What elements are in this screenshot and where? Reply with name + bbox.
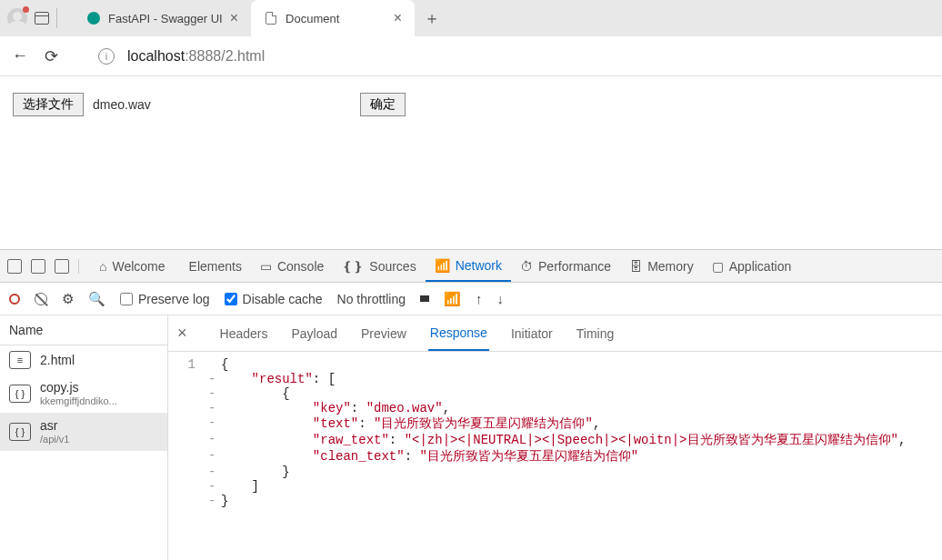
panel-tab-application[interactable]: ▢Application [703,250,801,282]
request-name: 2.html [40,353,75,368]
device-toggle-icon[interactable] [31,259,45,274]
request-list: Name ≡2.html{ }copy.jskkemgiffjdndiko...… [0,315,168,560]
detail-tabs: × HeadersPayloadPreviewResponseInitiator… [168,315,942,352]
inspect-icon[interactable] [7,259,22,274]
back-button[interactable]: ← [11,47,29,65]
request-row[interactable]: { }asr/api/v1 [0,413,167,451]
panel-tab-label: Memory [647,259,694,274]
panel-tab-label: Welcome [112,259,165,274]
request-name: copy.js [40,380,117,395]
search-icon[interactable]: 🔍 [88,291,105,307]
detail-tab-response[interactable]: Response [428,315,489,351]
fastapi-favicon-icon [86,11,101,25]
tab-document[interactable]: Document × [251,0,415,36]
panel-tab-elements[interactable]: Elements [175,250,251,282]
page-content: 选择文件 dmeo.wav 确定 [0,76,942,249]
clear-icon[interactable] [35,293,47,305]
panel-tab-console[interactable]: ▭Console [251,250,333,282]
submit-button[interactable]: 确定 [360,93,406,116]
network-icon: 📶 [435,258,450,273]
site-info-icon[interactable]: i [98,48,115,65]
close-icon[interactable]: × [394,10,402,26]
panel-tab-network[interactable]: 📶Network [426,250,511,282]
panel-tab-memory[interactable]: 🗄Memory [620,250,703,282]
request-type-icon: { } [9,385,31,403]
chevron-down-icon[interactable] [420,295,429,302]
upload-har-icon[interactable]: ↑ [476,291,483,306]
address-bar[interactable]: i localhost:8888/2.html [98,48,265,65]
devtools: ⌂WelcomeElements▭Console❴❵Sources📶Networ… [0,249,942,560]
chosen-file-name: dmeo.wav [93,97,151,112]
panel-tab-label: Console [277,259,324,274]
performance-icon: ⏱ [520,259,533,274]
record-icon[interactable] [9,294,20,305]
profile-avatar[interactable] [7,8,27,28]
application-icon: ▢ [712,259,724,274]
console-icon: ▭ [260,259,272,274]
panel-tab-label: Sources [369,259,416,274]
tab-title: Document [286,12,339,25]
request-row[interactable]: ≡2.html [0,345,167,375]
tab-overview-icon[interactable] [35,12,49,25]
filter-icon[interactable]: ⚙ [62,291,74,307]
browser-titlebar: FastAPI - Swagger UI × Document × ＋ [0,0,942,36]
reload-button[interactable]: ⟳ [42,47,60,65]
close-icon[interactable]: × [230,10,238,26]
url-rest: :8888/2.html [185,48,265,64]
request-sub: /api/v1 [40,434,69,445]
request-name: asr [40,418,69,434]
new-tab-button[interactable]: ＋ [415,0,449,36]
download-har-icon[interactable]: ↓ [497,291,505,306]
tab-fastapi[interactable]: FastAPI - Swagger UI × [74,0,251,36]
panel-tab-label: Application [729,259,792,274]
panel-tab-label: Performance [538,259,611,274]
network-conditions-icon[interactable]: 📶 [444,291,461,307]
request-sub: kkemgiffjdndiko... [40,395,117,407]
panel-tab-label: Network [456,258,502,273]
panel-tab-welcome[interactable]: ⌂Welcome [90,250,175,282]
response-body[interactable]: 1{- "result": [- {- "key": "dmeo.wav",- … [168,352,942,560]
tab-strip: FastAPI - Swagger UI × Document × ＋ [74,0,449,36]
preserve-log-checkbox[interactable]: Preserve log [120,292,210,306]
close-detail-icon[interactable]: × [177,324,187,343]
sources-icon: ❴❵ [342,259,364,274]
preserve-log-label: Preserve log [138,292,210,306]
disable-cache-label: Disable cache [243,292,323,306]
request-list-header: Name [0,315,167,345]
panel-tab-sources[interactable]: ❴❵Sources [333,250,425,282]
panel-tab-performance[interactable]: ⏱Performance [511,250,620,282]
throttling-label: No throttling [337,292,406,306]
detail-tab-preview[interactable]: Preview [359,315,408,351]
browser-toolbar: ← ⟳ i localhost:8888/2.html [0,36,942,76]
detail-tab-initiator[interactable]: Initiator [509,315,555,351]
request-detail: × HeadersPayloadPreviewResponseInitiator… [168,315,942,560]
detail-tab-payload[interactable]: Payload [289,315,339,351]
tab-title: FastAPI - Swagger UI [108,12,223,25]
request-type-icon: ≡ [9,351,31,369]
memory-icon: 🗄 [629,259,642,274]
detail-tab-timing[interactable]: Timing [575,315,616,351]
disable-cache-checkbox[interactable]: Disable cache [225,292,323,306]
document-favicon-icon [264,11,278,25]
throttling-select[interactable]: No throttling [337,292,406,306]
url-host: localhost [127,48,185,64]
dock-side-icon[interactable] [55,259,69,274]
request-row[interactable]: { }copy.jskkemgiffjdndiko... [0,375,167,413]
welcome-icon: ⌂ [99,259,106,274]
detail-tab-headers[interactable]: Headers [218,315,270,351]
choose-file-button[interactable]: 选择文件 [13,93,84,116]
network-toolbar: ⚙ 🔍 Preserve log Disable cache No thrott… [0,283,942,315]
devtools-panel-tabs: ⌂WelcomeElements▭Console❴❵Sources📶Networ… [0,250,942,283]
panel-tab-label: Elements [189,259,242,274]
request-type-icon: { } [9,423,31,441]
